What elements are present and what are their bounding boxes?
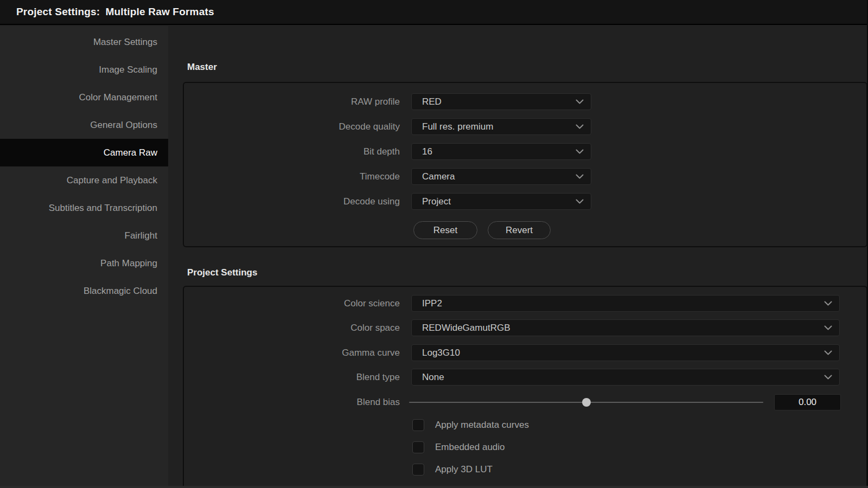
checkbox-apply-metadata-curves[interactable] xyxy=(412,419,424,431)
field-row-bit-depth: Bit depth16 xyxy=(184,143,866,160)
chevron-down-icon xyxy=(576,124,584,129)
dropdown-selected-value: REDWideGamutRGB xyxy=(422,323,510,333)
chevron-down-icon xyxy=(824,350,832,355)
check-row-apply-3d-lut: Apply 3D LUT xyxy=(412,464,493,476)
field-row-timecode: TimecodeCamera xyxy=(184,168,866,185)
check-row-embedded-audio: Embedded audio xyxy=(412,441,505,453)
chevron-down-icon xyxy=(824,301,832,306)
sidebar-item-capture-and-playback[interactable]: Capture and Playback xyxy=(0,166,168,194)
sidebar-item-camera-raw[interactable]: Camera Raw xyxy=(0,139,168,166)
checkbox-label: Apply metadata curves xyxy=(435,420,529,431)
color-science-dropdown[interactable]: IPP2 xyxy=(411,295,840,312)
check-row-apply-metadata-curves: Apply metadata curves xyxy=(412,419,529,431)
raw-profile-dropdown[interactable]: RED xyxy=(411,93,591,110)
checkbox-label: Embedded audio xyxy=(435,442,505,453)
checkbox-label: Apply 3D LUT xyxy=(435,464,493,475)
project-settings-group-box: Blend typeNoneGamma curveLog3G10Color sp… xyxy=(183,286,867,488)
field-label: Decode using xyxy=(184,193,400,210)
field-label: Gamma curve xyxy=(184,344,400,361)
checkbox-apply-3d-lut[interactable] xyxy=(412,464,424,476)
dropdown-selected-value: Project xyxy=(422,196,451,207)
dropdown-selected-value: 16 xyxy=(422,146,432,157)
dropdown-selected-value: Camera xyxy=(422,171,455,182)
field-row-color-science: Color scienceIPP2 xyxy=(184,295,866,312)
master-section-heading: Master xyxy=(187,62,217,73)
dropdown-selected-value: RED xyxy=(422,97,442,107)
decode-using-dropdown[interactable]: Project xyxy=(411,193,591,210)
dropdown-selected-value: Log3G10 xyxy=(422,348,460,358)
sidebar-item-color-management[interactable]: Color Management xyxy=(0,84,168,111)
chevron-down-icon xyxy=(576,149,584,154)
timecode-dropdown[interactable]: Camera xyxy=(411,168,591,185)
sidebar-item-path-mapping[interactable]: Path Mapping xyxy=(0,249,168,277)
field-row-decode-using: Decode usingProject xyxy=(184,193,866,210)
field-label: Bit depth xyxy=(184,143,400,160)
field-label: Decode quality xyxy=(184,118,400,135)
field-label: Timecode xyxy=(184,168,400,185)
field-row-color-space: Color spaceREDWideGamutRGB xyxy=(184,319,866,336)
sidebar-item-fairlight[interactable]: Fairlight xyxy=(0,222,168,249)
field-label: RAW profile xyxy=(184,93,400,110)
bit-depth-dropdown[interactable]: 16 xyxy=(411,143,591,160)
field-row-gamma-curve: Gamma curveLog3G10 xyxy=(184,344,866,361)
reset-button[interactable]: Reset xyxy=(413,221,477,239)
window-bottom-edge xyxy=(0,486,868,488)
blend-bias-row: Blend bias 0.00 xyxy=(184,394,868,410)
master-group-box: RAW profileREDDecode qualityFull res. pr… xyxy=(183,82,867,247)
blend-bias-slider[interactable] xyxy=(409,402,763,403)
dropdown-selected-value: None xyxy=(422,372,444,383)
gamma-curve-dropdown[interactable]: Log3G10 xyxy=(411,344,840,361)
dialog-title-project: Multiple Raw Formats xyxy=(105,6,214,18)
sidebar-item-blackmagic-cloud[interactable]: Blackmagic Cloud xyxy=(0,277,168,305)
field-row-raw-profile: RAW profileRED xyxy=(184,93,866,110)
sidebar-item-image-scaling[interactable]: Image Scaling xyxy=(0,56,168,84)
color-space-dropdown[interactable]: REDWideGamutRGB xyxy=(411,319,840,336)
sidebar-item-general-options[interactable]: General Options xyxy=(0,111,168,139)
chevron-down-icon xyxy=(576,199,584,204)
chevron-down-icon xyxy=(824,325,832,330)
blend-bias-value[interactable]: 0.00 xyxy=(774,394,841,410)
sidebar-item-subtitles-and-transcription[interactable]: Subtitles and Transcription xyxy=(0,194,168,222)
chevron-down-icon xyxy=(576,99,584,104)
dropdown-selected-value: Full res. premium xyxy=(422,121,493,132)
checkbox-embedded-audio[interactable] xyxy=(412,441,424,453)
field-label: Color space xyxy=(184,319,400,336)
field-label: Color science xyxy=(184,295,400,312)
settings-sidebar: Master SettingsImage ScalingColor Manage… xyxy=(0,26,168,488)
revert-button[interactable]: Revert xyxy=(488,221,551,239)
sidebar-item-master-settings[interactable]: Master Settings xyxy=(0,28,168,56)
field-label: Blend type xyxy=(184,369,400,386)
settings-main-panel: Master RAW profileREDDecode qualityFull … xyxy=(168,26,868,488)
slider-handle-icon[interactable] xyxy=(582,398,591,407)
field-label: Blend bias xyxy=(184,394,400,411)
decode-quality-dropdown[interactable]: Full res. premium xyxy=(411,118,591,135)
blend-type-dropdown[interactable]: None xyxy=(411,369,840,386)
dropdown-selected-value: IPP2 xyxy=(422,298,442,309)
chevron-down-icon xyxy=(576,174,584,179)
project-settings-section-heading: Project Settings xyxy=(187,267,257,278)
field-row-decode-quality: Decode qualityFull res. premium xyxy=(184,118,866,135)
dialog-title: Project Settings: xyxy=(16,6,100,18)
field-row-blend-type: Blend typeNone xyxy=(184,369,866,386)
chevron-down-icon xyxy=(824,375,832,380)
title-bar: Project Settings: Multiple Raw Formats xyxy=(0,0,868,25)
